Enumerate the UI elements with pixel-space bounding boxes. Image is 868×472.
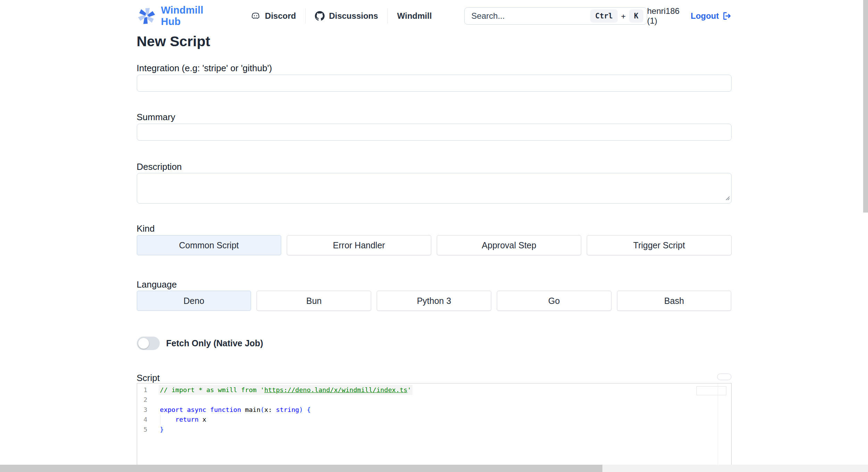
brand-name: Windmill Hub — [161, 5, 218, 27]
code-line[interactable]: 2 — [137, 395, 731, 405]
code-token: string — [276, 406, 299, 413]
code-editor[interactable]: 1// import * as wmill from 'https://deno… — [137, 383, 732, 472]
nav-divider — [387, 8, 388, 24]
line-content: export async function main(x: string) { — [148, 405, 731, 415]
line-number: 2 — [137, 395, 148, 405]
windmill-logo-icon — [137, 6, 156, 26]
line-content: return x — [148, 415, 731, 424]
code-line[interactable]: 3export async function main(x: string) { — [137, 405, 731, 415]
script-label: Script — [137, 373, 160, 383]
nav-divider — [305, 8, 306, 24]
horizontal-scrollbar-track[interactable] — [0, 465, 868, 472]
kind-label: Kind — [137, 223, 732, 234]
language-option-go[interactable]: Go — [497, 291, 611, 311]
code-token: ' — [407, 386, 411, 394]
horizontal-scrollbar-thumb[interactable] — [0, 465, 602, 472]
nav-item-discussions[interactable]: Discussions — [315, 11, 378, 21]
language-option-deno[interactable]: Deno — [137, 291, 251, 311]
line-number: 5 — [137, 425, 148, 434]
nav-links: Discord Discussions Windmill — [250, 8, 432, 24]
language-option-bash[interactable]: Bash — [617, 291, 732, 311]
line-highlight: // import * as wmill from 'https://deno.… — [160, 386, 411, 394]
new-script-form: New Script Integration (e.g: 'stripe' or… — [137, 33, 732, 472]
logout-icon — [722, 11, 732, 21]
kind-options: Common ScriptError HandlerApproval StepT… — [137, 235, 732, 255]
line-number: 3 — [137, 405, 148, 415]
nav-item-label: Discussions — [329, 11, 378, 21]
summary-label: Summary — [137, 112, 732, 122]
description-label: Description — [137, 162, 732, 172]
code-line[interactable]: 4 return x — [137, 415, 731, 424]
code-token: ( — [260, 406, 264, 413]
code-token: x — [199, 416, 206, 423]
nav-item-windmill[interactable]: Windmill — [397, 11, 432, 21]
editor-collapse-pill[interactable] — [717, 373, 732, 380]
summary-input[interactable] — [137, 124, 732, 141]
fetch-only-row: Fetch Only (Native Job) — [137, 337, 732, 350]
code-token: ) — [299, 406, 307, 413]
kind-option-error-handler[interactable]: Error Handler — [287, 235, 431, 255]
code-token: // import * as wmill from ' — [160, 386, 265, 394]
code-token: return — [175, 416, 199, 423]
integration-label: Integration (e.g: 'stripe' or 'github') — [137, 63, 732, 73]
vertical-scrollbar[interactable] — [863, 0, 868, 213]
search-input[interactable]: Search... Ctrl + K — [464, 7, 647, 25]
github-icon — [315, 11, 325, 21]
kbd-k: K — [629, 9, 643, 23]
toggle-knob — [138, 338, 149, 349]
kind-option-common-script[interactable]: Common Script — [137, 235, 281, 255]
kbd-ctrl: Ctrl — [590, 9, 618, 23]
line-number: 1 — [137, 385, 148, 395]
fetch-only-label: Fetch Only (Native Job) — [166, 338, 263, 348]
user-area: henri186 (1) Logout — [647, 6, 732, 26]
nav-item-label: Discord — [265, 11, 296, 21]
username: henri186 (1) — [647, 6, 683, 26]
page: Windmill Hub Discord — [0, 0, 868, 472]
kbd-plus: + — [621, 12, 626, 20]
logout-button[interactable]: Logout — [691, 11, 731, 21]
search-placeholder: Search... — [471, 11, 591, 21]
integration-input[interactable] — [137, 75, 732, 92]
code-token: main — [245, 406, 261, 413]
language-option-python-3[interactable]: Python 3 — [377, 291, 491, 311]
indent-guide — [160, 415, 160, 424]
code-token: export async function — [160, 406, 245, 413]
logout-label: Logout — [691, 11, 719, 21]
nav-item-discord[interactable]: Discord — [250, 11, 296, 21]
language-label: Language — [137, 279, 732, 290]
language-option-bun[interactable]: Bun — [257, 291, 371, 311]
page-title: New Script — [137, 33, 732, 50]
resize-handle-icon[interactable] — [725, 195, 730, 202]
fetch-only-toggle[interactable] — [137, 337, 160, 350]
line-content — [148, 395, 731, 405]
code-line[interactable]: 1// import * as wmill from 'https://deno… — [137, 385, 731, 395]
discord-icon — [250, 11, 261, 21]
code-token: https://deno.land/x/windmill/index.ts — [264, 386, 407, 394]
description-textarea[interactable] — [137, 173, 732, 204]
kind-option-approval-step[interactable]: Approval Step — [437, 235, 581, 255]
kind-option-trigger-script[interactable]: Trigger Script — [587, 235, 731, 255]
code-token — [160, 416, 176, 423]
code-token: } — [160, 426, 164, 433]
code-token: x: — [264, 406, 276, 413]
brand-link[interactable]: Windmill Hub — [137, 5, 218, 27]
code-line[interactable]: 5} — [137, 425, 731, 434]
top-nav: Windmill Hub Discord — [137, 0, 732, 32]
line-content: } — [148, 425, 731, 434]
nav-item-label: Windmill — [397, 11, 432, 21]
language-options: DenoBunPython 3GoBash — [137, 291, 732, 311]
code-token: { — [307, 406, 311, 413]
line-content: // import * as wmill from 'https://deno.… — [148, 385, 731, 395]
line-number: 4 — [137, 415, 148, 424]
